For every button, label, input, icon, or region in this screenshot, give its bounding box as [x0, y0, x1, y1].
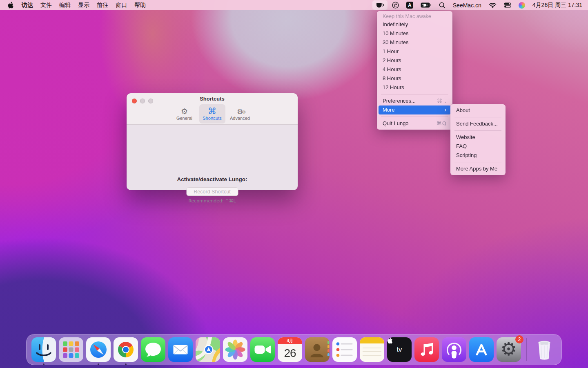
- siri-icon[interactable]: [515, 0, 529, 10]
- menu-edit[interactable]: 编辑: [56, 2, 74, 9]
- dock-music[interactable]: [414, 337, 439, 362]
- menu-item-label: Preferences...: [383, 96, 416, 105]
- menu-bar-status: A SeeMac.cn 4月26日 周三 17:31: [372, 0, 588, 10]
- dock-trash[interactable]: [532, 337, 557, 362]
- menu-app-name[interactable]: 访达: [18, 2, 37, 9]
- menu-item-more[interactable]: More ›: [379, 105, 451, 114]
- contacts-icon: [305, 337, 330, 362]
- menu-bar-clock[interactable]: 4月26日 周三 17:31: [529, 0, 586, 10]
- submenu-item-about[interactable]: About: [450, 106, 506, 115]
- finder-icon: [31, 337, 56, 362]
- notes-icon: [360, 337, 384, 362]
- submenu-item-send-feedback[interactable]: Send Feedback...: [450, 119, 506, 128]
- advanced-gears-icon: ⚙⚙: [237, 107, 243, 116]
- seemac-label[interactable]: SeeMac.cn: [449, 0, 485, 10]
- appstore-icon: [469, 337, 494, 362]
- mail-icon: [168, 337, 193, 362]
- calendar-month: 4月: [278, 337, 302, 344]
- dock: 4月 26: [26, 334, 562, 365]
- spotlight-search-icon[interactable]: [435, 0, 449, 10]
- safari-icon: [86, 337, 111, 362]
- menu-item-quit[interactable]: Quit Lungo ⌘Q: [377, 119, 452, 128]
- trash-icon: [532, 337, 557, 362]
- dock-mail[interactable]: [168, 337, 193, 362]
- menu-item-12-hours[interactable]: 12 Hours: [377, 83, 452, 92]
- dock-podcasts[interactable]: [442, 337, 466, 362]
- menu-item-10-minutes[interactable]: 10 Minutes: [377, 29, 452, 38]
- dock-calendar[interactable]: 4月 26: [278, 337, 302, 362]
- submenu-item-faq[interactable]: FAQ: [450, 142, 506, 151]
- appletv-icon: tv: [387, 337, 412, 362]
- dock-photos[interactable]: [223, 337, 247, 362]
- dock-appletv[interactable]: tv: [387, 337, 412, 362]
- tab-general[interactable]: ⚙ General: [172, 104, 198, 123]
- lungo-menu: Keep this Mac awake Indefinitely 10 Minu…: [377, 11, 452, 130]
- chrome-icon: [114, 337, 138, 362]
- menu-separator: [381, 94, 448, 94]
- submenu-item-website[interactable]: Website: [450, 133, 506, 142]
- menu-item-4-hours[interactable]: 4 Hours: [377, 65, 452, 74]
- menu-item-30-minutes[interactable]: 30 Minutes: [377, 38, 452, 47]
- menu-item-indefinitely[interactable]: Indefinitely: [377, 20, 452, 29]
- lungo-cup-icon[interactable]: [372, 0, 388, 10]
- menu-item-1-hour[interactable]: 1 Hour: [377, 47, 452, 56]
- menu-item-label: More: [383, 105, 395, 114]
- menu-separator: [454, 130, 501, 131]
- dock-contacts[interactable]: [305, 337, 330, 362]
- dock-facetime[interactable]: [250, 337, 275, 362]
- record-shortcut-button[interactable]: Record Shortcut: [186, 187, 238, 196]
- apple-logo-icon[interactable]: [7, 2, 13, 9]
- shortcut-hint: ⌘ ,: [437, 96, 447, 105]
- dock-chrome[interactable]: [114, 337, 138, 362]
- dock-settings[interactable]: ⚙ 2: [497, 337, 521, 362]
- menu-item-preferences[interactable]: Preferences... ⌘ ,: [377, 96, 452, 105]
- messages-icon: [141, 337, 165, 362]
- menu-separator: [454, 117, 501, 117]
- dock-launchpad[interactable]: [59, 337, 83, 362]
- window-title: Shortcuts: [127, 96, 298, 102]
- dock-finder[interactable]: [31, 337, 56, 362]
- appletv-label: tv: [396, 346, 402, 354]
- battery-icon[interactable]: [417, 0, 435, 10]
- menu-file[interactable]: 文件: [37, 2, 56, 9]
- dock-appstore[interactable]: [469, 337, 494, 362]
- podcasts-icon: [442, 337, 466, 362]
- menu-separator: [381, 117, 448, 117]
- switch-arrows-icon[interactable]: [388, 0, 403, 10]
- menu-bar-left: 访达 文件 编辑 显示 前往 窗口 帮助: [0, 2, 149, 9]
- dock-safari[interactable]: [86, 337, 111, 362]
- launchpad-icon: [59, 337, 83, 362]
- menu-window[interactable]: 窗口: [112, 2, 131, 9]
- command-icon: ⌘: [208, 107, 216, 116]
- submenu-item-more-apps[interactable]: More Apps by Me: [450, 164, 506, 173]
- menu-separator: [454, 162, 501, 162]
- shortcut-hint: ⌘Q: [437, 119, 447, 128]
- notification-badge: 2: [515, 335, 523, 343]
- dock-reminders[interactable]: [332, 337, 357, 362]
- dock-messages[interactable]: [141, 337, 165, 362]
- tab-shortcuts[interactable]: ⌘ Shortcuts: [199, 104, 225, 123]
- menu-help[interactable]: 帮助: [131, 2, 149, 9]
- menu-go[interactable]: 前往: [93, 2, 112, 9]
- input-source-icon[interactable]: A: [403, 0, 417, 10]
- running-indicator: [125, 364, 127, 365]
- menu-view[interactable]: 显示: [74, 2, 93, 9]
- recommended-hint: Recommended: ^⌘L: [127, 198, 298, 204]
- menu-bar: 访达 文件 编辑 显示 前往 窗口 帮助 A SeeMac.cn: [0, 0, 588, 10]
- wifi-icon[interactable]: [485, 0, 500, 10]
- dock-notes[interactable]: [360, 337, 384, 362]
- menu-section-header: Keep this Mac awake: [377, 13, 452, 20]
- control-center-icon[interactable]: [500, 0, 515, 10]
- tab-label: Advanced: [230, 116, 250, 121]
- preferences-tabs: ⚙ General ⌘ Shortcuts ⚙⚙ Advanced: [127, 104, 298, 123]
- maps-icon: [196, 337, 220, 362]
- tab-advanced[interactable]: ⚙⚙ Advanced: [227, 104, 253, 123]
- menu-item-2-hours[interactable]: 2 Hours: [377, 56, 452, 65]
- gear-glyph: ⚙: [501, 340, 517, 358]
- submenu-item-scripting[interactable]: Scripting: [450, 151, 506, 160]
- facetime-icon: [250, 337, 275, 362]
- dock-maps[interactable]: [196, 337, 220, 362]
- menu-item-8-hours[interactable]: 8 Hours: [377, 74, 452, 83]
- reminders-icon: [332, 337, 357, 362]
- running-indicator: [43, 364, 45, 365]
